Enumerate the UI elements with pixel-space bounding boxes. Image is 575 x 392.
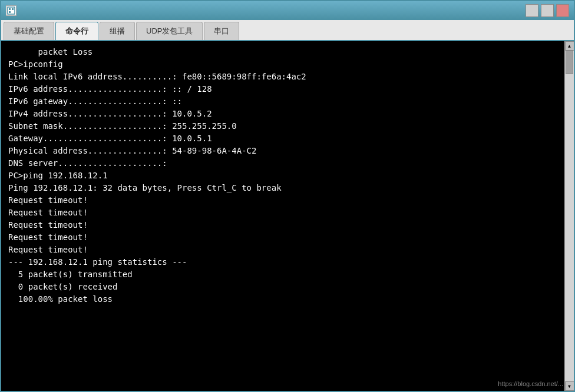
terminal-line: IPv6 gateway...................: :: (8, 95, 557, 108)
svg-rect-1 (9, 8, 11, 10)
terminal-line: Subnet mask....................: 255.255… (8, 120, 557, 132)
terminal-line: IPv4 address...................: 10.0.5.… (8, 108, 557, 120)
maximize-button[interactable] (541, 4, 554, 17)
tab-0[interactable]: 基础配置 (4, 22, 54, 40)
terminal-line: IPv6 address...................: :: / 12… (8, 83, 557, 95)
terminal-line: DNS server.....................: (8, 157, 557, 170)
terminal-line: Request timeout! (8, 219, 557, 231)
minimize-button[interactable] (526, 4, 538, 17)
title-buttons (526, 4, 569, 17)
scrollbar-track (565, 51, 574, 381)
terminal-line: 0 packet(s) received (8, 281, 557, 293)
terminal-line: Request timeout! (8, 244, 557, 256)
title-bar-left (6, 5, 20, 16)
watermark: https://blog.csdn.net/... (498, 380, 563, 387)
tab-bar: 基础配置命令行组播UDP发包工具串口 (1, 20, 574, 41)
terminal-line: PC>ipconfig (8, 58, 557, 71)
tab-1[interactable]: 命令行 (55, 22, 98, 40)
terminal-line: PC>ping 192.168.12.1 (8, 170, 557, 182)
scroll-up-arrow[interactable]: ▲ (565, 41, 574, 51)
terminal-line: 100.00% packet loss (8, 293, 557, 305)
main-window: 基础配置命令行组播UDP发包工具串口 packet LossPC>ipconfi… (0, 0, 575, 392)
scroll-down-arrow[interactable]: ▼ (565, 381, 574, 391)
tab-4[interactable]: 串口 (204, 22, 239, 40)
terminal-line: Physical address...............: 54-89-9… (8, 145, 557, 157)
terminal-output[interactable]: packet LossPC>ipconfigLink local IPv6 ad… (1, 41, 564, 391)
terminal-line: Gateway........................: 10.0.5.… (8, 132, 557, 145)
terminal-line: packet Loss (8, 46, 557, 58)
scrollbar-thumb[interactable] (566, 51, 573, 74)
svg-rect-2 (12, 8, 14, 10)
terminal-line: Ping 192.168.12.1: 32 data bytes, Press … (8, 182, 557, 194)
svg-rect-3 (9, 11, 11, 13)
tab-2[interactable]: 组播 (100, 22, 135, 40)
terminal-line: Link local IPv6 address..........: fe80:… (8, 71, 557, 83)
terminal-line: Request timeout! (8, 194, 557, 207)
terminal-line: Request timeout! (8, 231, 557, 244)
close-button[interactable] (556, 4, 569, 17)
terminal-line: 5 packet(s) transmitted (8, 268, 557, 281)
svg-rect-0 (8, 7, 15, 14)
tab-3[interactable]: UDP发包工具 (136, 22, 203, 40)
content-area: packet LossPC>ipconfigLink local IPv6 ad… (1, 41, 574, 391)
title-bar (1, 1, 574, 20)
scrollbar[interactable]: ▲ ▼ (564, 41, 574, 391)
terminal-line: Request timeout! (8, 207, 557, 219)
window-icon (6, 5, 16, 16)
terminal-line: --- 192.168.12.1 ping statistics --- (8, 256, 557, 268)
